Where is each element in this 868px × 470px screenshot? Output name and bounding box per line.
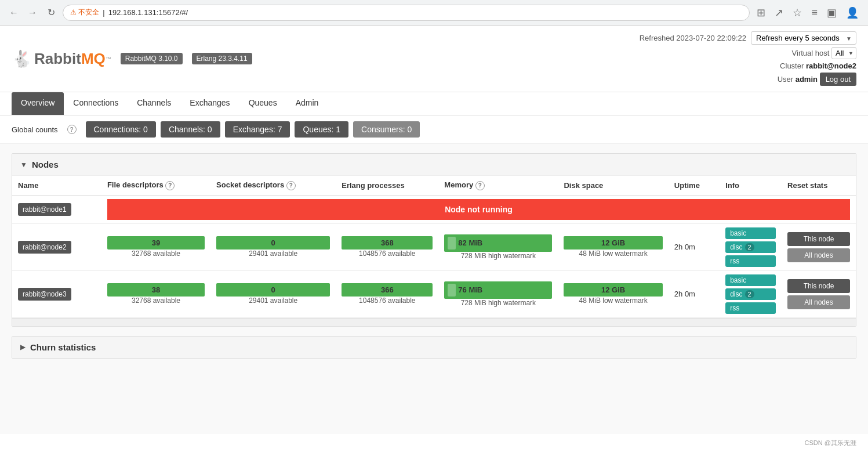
node3-tag-basic[interactable]: basic [725, 274, 776, 286]
node3-memory-value: 76 MiB [458, 285, 482, 294]
node2-tag-basic[interactable]: basic [725, 227, 776, 239]
back-button[interactable]: ← [7, 6, 21, 20]
node2-info-cell: basic disc 2 rss [720, 223, 782, 270]
refresh-row: Refreshed 2023-07-20 22:09:22 No refresh… [640, 31, 856, 45]
virtual-host-select-wrapper[interactable]: All [831, 47, 856, 59]
address-bar[interactable]: ⚠ 不安全 | 192.168.1.131:15672/#/ [63, 5, 750, 21]
logo-rabbit-text: RabbitMQ™ [34, 50, 111, 68]
node3-name-cell: rabbit@node3 [12, 270, 101, 317]
node2-tag-rss[interactable]: rss [725, 255, 776, 267]
nav-exchanges[interactable]: Exchanges [180, 92, 239, 115]
node2-erlang-proc-available: 1048576 available [342, 250, 433, 258]
playlist-icon[interactable]: ≡ [809, 5, 820, 20]
node3-this-node-button[interactable]: This node [787, 279, 850, 293]
nodes-collapse-icon: ▼ [20, 161, 27, 169]
node3-memory-cell: 76 MiB 728 MiB high watermark [438, 270, 558, 317]
nodes-table: Name File descriptors ? Socket descripto… [12, 176, 856, 318]
node2-file-desc-bar: 39 [107, 236, 205, 250]
logo-area: 🐇 RabbitMQ™ RabbitMQ 3.10.0 Erlang 23.3.… [12, 49, 252, 68]
node3-memory-inner [448, 284, 456, 297]
node2-name-badge[interactable]: rabbit@node2 [18, 241, 71, 254]
col-disk: Disk space [558, 176, 668, 195]
url-text: 192.168.1.131:15672/#/ [108, 8, 188, 17]
node2-memory-cell: 82 MiB 728 MiB high watermark [438, 223, 558, 270]
consumers-badge[interactable]: Consumers: 0 [353, 121, 420, 138]
virtual-host-row: Virtual host All [792, 47, 856, 59]
node3-action-btns: This node All nodes [787, 279, 850, 309]
translate-icon[interactable]: ⊞ [754, 5, 768, 20]
node3-name-badge[interactable]: rabbit@node3 [18, 288, 71, 301]
node3-actions-cell: This node All nodes [782, 270, 856, 317]
bookmark-icon[interactable]: ☆ [790, 5, 804, 20]
node3-disk-watermark: 48 MiB low watermark [564, 297, 662, 305]
node3-tag-rss[interactable]: rss [725, 302, 776, 314]
user-row: User admin Log out [778, 73, 856, 86]
header-right: Refreshed 2023-07-20 22:09:22 No refresh… [640, 31, 856, 86]
col-info: Info [720, 176, 782, 195]
churn-section-header[interactable]: ▶ Churn statistics [12, 337, 856, 358]
connections-badge[interactable]: Connections: 0 [86, 121, 156, 138]
node2-erlang-proc-cell: 368 1048576 available [336, 223, 438, 270]
app-header: 🐇 RabbitMQ™ RabbitMQ 3.10.0 Erlang 23.3.… [0, 26, 868, 92]
node2-memory-value: 82 MiB [458, 238, 482, 247]
node3-file-desc-available: 32768 available [107, 297, 205, 305]
refresh-select-wrapper[interactable]: No refresh Refresh every 5 seconds Refre… [751, 31, 856, 45]
channels-badge[interactable]: Channels: 0 [161, 121, 220, 138]
node2-this-node-button[interactable]: This node [787, 232, 850, 246]
node2-uptime-value: 2h 0m [674, 243, 695, 251]
node2-socket-desc-available: 29401 available [216, 250, 330, 258]
nav-admin[interactable]: Admin [286, 92, 328, 115]
node3-erlang-proc-bar: 366 [342, 283, 433, 297]
col-erlang-proc: Erlang processes [336, 176, 438, 195]
node3-file-desc-cell: 38 32768 available [101, 270, 210, 317]
virtual-host-label: Virtual host [792, 49, 830, 57]
node3-socket-desc-bar: 0 [216, 283, 330, 297]
node2-memory-inner [448, 237, 456, 250]
user-value: admin [796, 75, 818, 84]
node1-name-badge[interactable]: rabbit@node1 [18, 203, 71, 216]
node2-uptime-cell: 2h 0m [669, 223, 720, 270]
logo[interactable]: 🐇 RabbitMQ™ [12, 49, 111, 68]
count-badges: Connections: 0 Channels: 0 Exchanges: 7 … [86, 121, 420, 138]
user-label: User [778, 75, 793, 84]
node2-file-desc-available: 32768 available [107, 250, 205, 258]
node3-erlang-proc-cell: 366 1048576 available [336, 270, 438, 317]
browser-toolbar: ⊞ ↗ ☆ ≡ ▣ 👤 [754, 5, 861, 20]
global-counts-help[interactable]: ? [67, 125, 77, 134]
cluster-value: rabbit@node2 [806, 62, 856, 70]
node3-memory-watermark: 728 MiB high watermark [444, 299, 552, 307]
col-file-desc: File descriptors ? [101, 176, 210, 195]
virtual-host-select[interactable]: All [831, 47, 856, 59]
node2-tag-disc[interactable]: disc 2 [725, 241, 776, 253]
horizontal-scrollbar[interactable] [12, 318, 856, 326]
security-warning: ⚠ 不安全 [70, 8, 99, 17]
queues-badge[interactable]: Queues: 1 [295, 121, 348, 138]
node1-name-cell: rabbit@node1 [12, 195, 101, 223]
nav-connections[interactable]: Connections [64, 92, 128, 115]
node3-all-nodes-button[interactable]: All nodes [787, 295, 850, 309]
node1-not-running-cell: Node not running [101, 195, 856, 223]
node3-tag-disc[interactable]: disc 2 [725, 288, 776, 300]
exchanges-badge[interactable]: Exchanges: 7 [225, 121, 290, 138]
nav-overview[interactable]: Overview [12, 92, 64, 115]
table-row: rabbit@node1 Node not running [12, 195, 856, 223]
churn-section: ▶ Churn statistics [12, 336, 856, 359]
nodes-section-title: Nodes [32, 160, 59, 169]
nav-queues[interactable]: Queues [239, 92, 286, 115]
logout-button[interactable]: Log out [820, 73, 856, 86]
sidebar-icon[interactable]: ▣ [825, 5, 839, 20]
browser-chrome: ← → ↻ ⚠ 不安全 | 192.168.1.131:15672/#/ ⊞ ↗… [0, 0, 868, 26]
node2-all-nodes-button[interactable]: All nodes [787, 248, 850, 262]
nav-channels[interactable]: Channels [128, 92, 180, 115]
profile-icon[interactable]: 👤 [844, 5, 861, 20]
forward-button[interactable]: → [26, 6, 39, 20]
refreshed-timestamp: Refreshed 2023-07-20 22:09:22 [640, 34, 746, 42]
node3-file-desc-bar: 38 [107, 283, 205, 297]
node2-disk-watermark: 48 MiB low watermark [564, 250, 662, 258]
nav-bar: Overview Connections Channels Exchanges … [0, 92, 868, 115]
rabbitmq-version-badge: RabbitMQ 3.10.0 [121, 53, 183, 64]
share-icon[interactable]: ↗ [772, 5, 786, 20]
nodes-section-header[interactable]: ▼ Nodes [12, 154, 856, 176]
refresh-select[interactable]: No refresh Refresh every 5 seconds Refre… [751, 31, 856, 45]
reload-button[interactable]: ↻ [44, 6, 58, 20]
